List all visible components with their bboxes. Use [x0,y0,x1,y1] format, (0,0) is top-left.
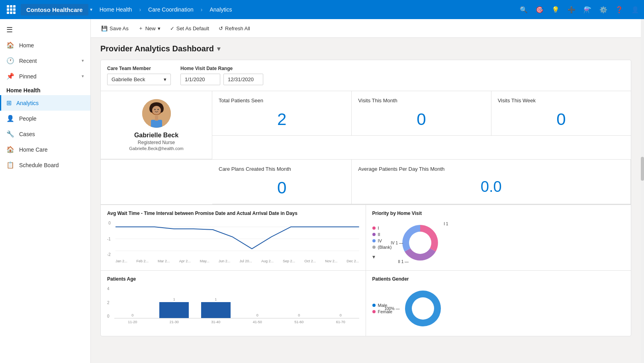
svg-point-6 [152,106,161,115]
home-icon: 🏠 [6,41,14,49]
sidebar-item-cases[interactable]: 🔧 Cases [0,126,90,142]
legend-dot-blank [372,246,376,249]
svg-point-8 [157,109,159,110]
pinned-chevron-icon: ▾ [82,74,84,79]
select-chevron-icon: ▾ [164,76,166,82]
legend-dot-I [372,226,376,230]
target-icon[interactable]: 🎯 [536,6,544,14]
metric-visits-month: Visits This Month 0 [352,91,491,136]
metric-visits-week: Visits This Week 0 [491,91,631,136]
priority-title: Priority by Home Visit [372,211,625,216]
legend-item-IV: IV [372,238,392,243]
patients-age-title: Patients Age [107,276,359,282]
date-from-input[interactable]: 1/1/2020 [180,74,220,85]
priority-legend: I II IV [372,226,392,260]
main-content: 💾 Save As ＋ New ▾ ✓ Set As Default ↺ Ref… [91,19,641,363]
visits-month-label: Visits This Month [358,98,484,103]
bar-21-30 [159,302,189,318]
app-grid-icon[interactable] [5,3,18,16]
sidebar-section-home-health: Home Health [0,84,90,95]
breadcrumb: Home Health › Care Coordination › Analyt… [97,5,235,14]
title-chevron-icon[interactable]: ▾ [217,45,220,53]
charts-row-1: Avg Wait Time - Time Interval between Pr… [101,205,631,270]
donut-area: I II IV [372,221,625,265]
lightbulb-icon[interactable]: 💡 [552,6,560,14]
app-body: ☰ 🏠 Home 🕐 Recent ▾ 📌 Pinned ▾ Home Heal… [0,19,644,363]
page-title: Provider Analytics Dashboard ▾ [100,44,631,53]
svg-rect-10 [155,116,158,121]
legend-item-blank: (Blank) [372,245,392,250]
refresh-icon: ↺ [219,25,223,31]
patients-gender-chart: Patients Gender Male Female [366,271,631,336]
nav-analytics[interactable]: Analytics [207,5,234,14]
care-team-label: Care Team Member [107,66,171,71]
pinned-icon: 📌 [6,72,14,80]
recent-chevron-icon: ▾ [82,58,84,63]
visits-week-label: Visits This Week [498,98,624,103]
save-as-button[interactable]: 💾 Save As [97,23,133,34]
donut-label-I1: I 1 [444,222,448,226]
legend-dropdown-icon[interactable]: ▾ [372,254,392,260]
patients-gender-title: Patients Gender [372,276,625,282]
svg-point-7 [154,109,155,110]
save-icon: 💾 [101,25,108,31]
set-default-button[interactable]: ✓ Set As Default [166,23,213,34]
dashboard-area: Provider Analytics Dashboard ▾ Care Team… [91,38,641,363]
date-to-input[interactable]: 12/31/2020 [223,74,263,85]
svg-point-14 [409,232,431,254]
nav-home-health[interactable]: Home Health [97,5,135,14]
avg-patients-value: 0.0 [358,178,624,195]
sidebar-toggle[interactable]: ☰ [0,19,90,37]
check-icon: ✓ [170,25,174,31]
date-range-filter: Home Visit Date Range 1/1/2020 12/31/202… [180,66,263,85]
profile-avatar [142,99,171,128]
sidebar-item-people[interactable]: 👤 People [0,111,90,126]
visits-week-value: 0 [498,110,624,129]
app-chevron-icon[interactable]: ▾ [90,7,92,12]
toolbar: 💾 Save As ＋ New ▾ ✓ Set As Default ↺ Ref… [91,19,641,38]
new-button[interactable]: ＋ New ▾ [134,22,164,34]
vertical-scrollbar[interactable] [641,19,644,363]
sidebar-item-home-care[interactable]: 🏠 Home Care [0,142,90,157]
legend-dot-male [372,304,376,307]
refresh-button[interactable]: ↺ Refresh All [215,23,254,34]
gender-donut-area: Male Female [372,287,625,330]
svg-rect-9 [151,120,162,128]
gender-label-100: 100% — [384,306,399,311]
app-name: Contoso Healthcare [21,4,88,16]
sidebar-item-recent[interactable]: 🕐 Recent ▾ [0,53,90,68]
metric-avg-patients: Average Patients Per Day This Month 0.0 [352,160,631,204]
metric-care-plans: Care Plans Created This Month 0 [212,160,352,204]
nav-care-coordination[interactable]: Care Coordination [146,5,196,14]
new-icon: ＋ [138,25,143,32]
donut-label-II1: II 1 — [398,260,409,264]
user-icon[interactable]: 👤 [631,6,639,14]
breadcrumb-sep2: › [198,5,205,14]
help-icon[interactable]: ❓ [615,6,623,14]
filter-row: Care Team Member Gabrielle Beck ▾ Home V… [101,60,631,91]
legend-dot-female [372,310,376,313]
sidebar-item-pinned[interactable]: 📌 Pinned ▾ [0,68,90,84]
metric-total-patients: Total Patients Seen 2 [212,91,352,136]
care-team-select[interactable]: Gabrielle Beck ▾ [107,74,171,85]
sidebar-item-analytics[interactable]: ⊞ Analytics [0,95,90,111]
breadcrumb-sep1: › [137,5,143,14]
total-patients-label: Total Patients Seen [219,98,345,103]
total-patients-value: 2 [219,110,345,129]
legend-item-II: II [372,232,392,237]
bar-31-40 [201,302,231,318]
legend-item-I: I [372,226,392,230]
legend-dot-IV [372,239,376,242]
profile-name: Gabrielle Beck [134,132,178,139]
schedule-icon: 📋 [6,161,14,169]
date-inputs: 1/1/2020 12/31/2020 [180,74,263,85]
sidebar-item-schedule[interactable]: 📋 Schedule Board [0,157,90,173]
donut-label-IV1: IV 1 — [391,241,403,245]
add-icon[interactable]: ➕ [568,6,575,14]
settings-icon[interactable]: ⚙️ [599,6,607,14]
search-icon[interactable]: 🔍 [520,6,528,14]
visits-month-value: 0 [358,110,484,129]
top-navigation: Contoso Healthcare ▾ Home Health › Care … [0,0,644,19]
sidebar-item-home[interactable]: 🏠 Home [0,37,90,53]
filter-icon[interactable]: ⚗️ [583,6,591,14]
